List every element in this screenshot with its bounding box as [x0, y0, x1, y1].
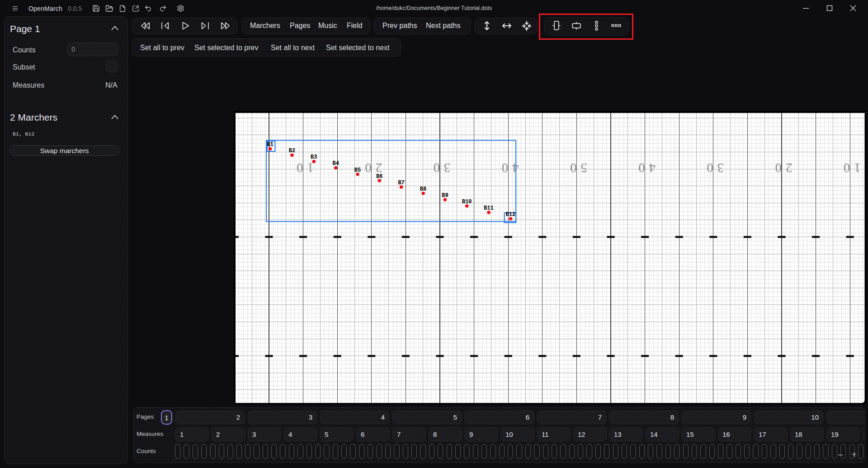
svg-text:20: 20 [771, 161, 792, 175]
svg-text:B1: B1 [267, 141, 273, 148]
svg-text:10: 10 [839, 161, 860, 175]
svg-text:B3: B3 [311, 154, 317, 160]
svg-text:B5: B5 [354, 167, 360, 173]
svg-text:B11: B11 [484, 205, 494, 211]
svg-text:50: 50 [566, 161, 587, 175]
svg-text:10: 10 [292, 161, 314, 175]
svg-text:B4: B4 [332, 160, 339, 167]
svg-text:30: 30 [429, 161, 450, 175]
svg-text:30: 30 [703, 161, 724, 175]
svg-text:B8: B8 [420, 186, 426, 192]
svg-text:40: 40 [634, 161, 656, 175]
svg-text:B10: B10 [462, 199, 472, 205]
svg-text:B2: B2 [288, 148, 295, 154]
svg-text:B6: B6 [376, 173, 382, 180]
svg-text:B7: B7 [398, 180, 404, 186]
svg-text:B9: B9 [442, 192, 448, 199]
svg-text:B12: B12 [505, 211, 515, 218]
